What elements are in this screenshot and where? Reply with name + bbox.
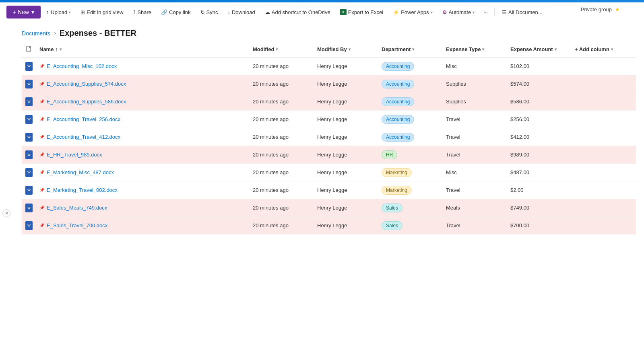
row-name-cell: 📌 E_Accounting_Misc_102.docx — [36, 61, 250, 72]
table-row[interactable]: W 📌 E_Accounting_Supplies_574.docx 20 mi… — [22, 75, 636, 93]
table-row[interactable]: W 📌 E_Marketing_Misc_487.docx 20 minutes… — [22, 164, 636, 181]
row-modified-cell: 20 minutes ago — [250, 114, 314, 125]
row-name-cell: 📌 E_Accounting_Supplies_586.docx — [36, 96, 250, 107]
row-expense-amount-cell: $586.00 — [507, 96, 572, 107]
copy-link-button[interactable]: 🔗 Copy link — [157, 7, 194, 18]
header-area: Private group ★ + New ▾ ↑ Upload ▾ ⊞ Edi… — [0, 2, 644, 22]
edit-grid-icon: ⊞ — [80, 9, 85, 15]
favorite-star-icon[interactable]: ★ — [615, 6, 620, 12]
modified-by-value: Henry Legge — [317, 63, 347, 69]
header-expense-type-chevron-icon: ▾ — [482, 47, 484, 51]
breadcrumb: Documents > Expenses - BETTER — [0, 22, 644, 41]
expense-type-value: Travel — [446, 187, 460, 193]
add-shortcut-button[interactable]: ☁ Add shortcut to OneDrive — [261, 7, 334, 18]
close-button[interactable]: ✕ — [2, 209, 10, 217]
expense-amount-value: $487.00 — [510, 169, 529, 175]
table-row[interactable]: W 📌 E_Sales_Meals_749.docx 20 minutes ag… — [22, 199, 636, 217]
header-expense-amount[interactable]: Expense Amount ▾ — [507, 45, 572, 54]
copy-link-icon: 🔗 — [161, 9, 167, 15]
upload-button[interactable]: ↑ Upload ▾ — [42, 6, 75, 18]
sync-icon: ↻ — [200, 9, 205, 15]
department-badge: Marketing — [382, 186, 412, 195]
row-expense-type-cell: Travel — [443, 114, 507, 125]
toolbar-divider — [494, 8, 495, 16]
file-name-link[interactable]: E_Marketing_Travel_002.docx — [47, 187, 118, 193]
row-file-type-icon: W — [22, 130, 36, 144]
breadcrumb-parent-link[interactable]: Documents — [22, 30, 50, 37]
all-documents-button[interactable]: ☰ All Documen... — [498, 7, 547, 18]
table-row[interactable]: W 📌 E_Accounting_Travel_256.docx 20 minu… — [22, 111, 636, 128]
sync-button[interactable]: ↻ Sync — [196, 7, 222, 18]
expense-type-value: Misc — [446, 169, 457, 175]
automate-button[interactable]: ⚙ Automate ▾ — [438, 7, 479, 18]
row-department-cell: HR — [378, 148, 443, 162]
row-expense-type-cell: Travel — [443, 132, 507, 142]
table-row[interactable]: W 📌 E_Accounting_Travel_412.docx 20 minu… — [22, 128, 636, 146]
modified-by-value: Henry Legge — [317, 81, 347, 87]
file-name-link[interactable]: E_Sales_Meals_749.docx — [47, 205, 107, 211]
file-name-link[interactable]: E_Accounting_Misc_102.docx — [47, 63, 117, 69]
file-name-link[interactable]: E_HR_Travel_989.docx — [47, 152, 102, 158]
file-name-link[interactable]: E_Accounting_Supplies_586.docx — [47, 99, 126, 105]
new-button[interactable]: + New ▾ — [6, 6, 41, 19]
power-apps-icon: ⚡ — [393, 9, 399, 15]
expense-amount-value: $989.00 — [510, 152, 529, 158]
file-name-link[interactable]: E_Accounting_Travel_256.docx — [47, 116, 120, 122]
row-add-column-cell — [572, 135, 636, 140]
row-file-type-icon: W — [22, 148, 36, 162]
pin-icon: 📌 — [39, 188, 44, 192]
sync-label: Sync — [206, 9, 218, 15]
share-label: Share — [137, 9, 151, 15]
row-modified-cell: 20 minutes ago — [250, 96, 314, 107]
file-name-link[interactable]: E_Sales_Travel_700.docx — [47, 222, 107, 228]
table-row[interactable]: W 📌 E_HR_Travel_989.docx 20 minutes ago … — [22, 146, 636, 164]
table-row[interactable]: W 📌 E_Marketing_Travel_002.docx 20 minut… — [22, 181, 636, 199]
department-badge: HR — [382, 150, 397, 159]
automate-label: Automate — [449, 9, 471, 15]
edit-grid-label: Edit in grid view — [87, 9, 123, 15]
header-modified-by[interactable]: Modified By ▾ — [314, 45, 378, 54]
table-row[interactable]: W 📌 E_Accounting_Misc_102.docx 20 minute… — [22, 58, 636, 75]
pin-icon: 📌 — [39, 64, 44, 68]
table-row[interactable]: W 📌 E_Accounting_Supplies_586.docx 20 mi… — [22, 93, 636, 111]
file-name-link[interactable]: E_Accounting_Supplies_574.docx — [47, 81, 126, 87]
header-modified[interactable]: Modified ▾ — [250, 45, 314, 54]
modified-value: 20 minutes ago — [253, 134, 289, 140]
file-name-link[interactable]: E_Marketing_Misc_487.docx — [47, 169, 114, 175]
modified-value: 20 minutes ago — [253, 205, 289, 211]
header-expense-amount-chevron-icon: ▾ — [555, 47, 557, 51]
file-name-link[interactable]: E_Accounting_Travel_412.docx — [47, 134, 120, 140]
new-chevron-icon: ▾ — [31, 9, 34, 15]
row-add-column-cell — [572, 188, 636, 193]
breadcrumb-separator: > — [54, 31, 56, 36]
header-expense-type[interactable]: Expense Type ▾ — [443, 45, 507, 54]
header-add-column[interactable]: + Add column ▾ — [572, 45, 636, 54]
expense-amount-value: $749.00 — [510, 205, 529, 211]
row-file-type-icon: W — [22, 166, 36, 179]
table-row[interactable]: W 📌 E_Sales_Travel_700.docx 20 minutes a… — [22, 217, 636, 234]
pin-icon: 📌 — [39, 135, 44, 139]
row-expense-type-cell: Misc — [443, 167, 507, 178]
row-department-cell: Accounting — [378, 113, 443, 126]
download-icon: ↓ — [227, 9, 230, 15]
header-file-icon — [22, 44, 36, 54]
word-icon: W — [25, 186, 33, 195]
header-department[interactable]: Department ▾ — [378, 45, 443, 54]
onedrive-icon: ☁ — [265, 9, 270, 15]
row-department-cell: Marketing — [378, 166, 443, 179]
department-badge: Accounting — [382, 97, 414, 106]
edit-grid-button[interactable]: ⊞ Edit in grid view — [76, 7, 127, 18]
expense-type-value: Meals — [446, 205, 460, 211]
more-icon: ··· — [483, 9, 488, 15]
excel-icon: X — [340, 9, 347, 15]
share-button[interactable]: ⤴ Share — [129, 7, 155, 18]
export-excel-button[interactable]: X Export to Excel — [336, 6, 387, 18]
more-options-button[interactable]: ··· — [480, 7, 491, 18]
row-modified-cell: 20 minutes ago — [250, 132, 314, 142]
row-expense-type-cell: Misc — [443, 61, 507, 72]
header-name[interactable]: Name ↑ ▾ — [36, 45, 250, 54]
row-expense-amount-cell: $700.00 — [507, 220, 572, 231]
row-name-cell: 📌 E_Marketing_Travel_002.docx — [36, 185, 250, 195]
download-button[interactable]: ↓ Download — [223, 7, 259, 18]
power-apps-button[interactable]: ⚡ Power Apps ▾ — [389, 7, 436, 18]
